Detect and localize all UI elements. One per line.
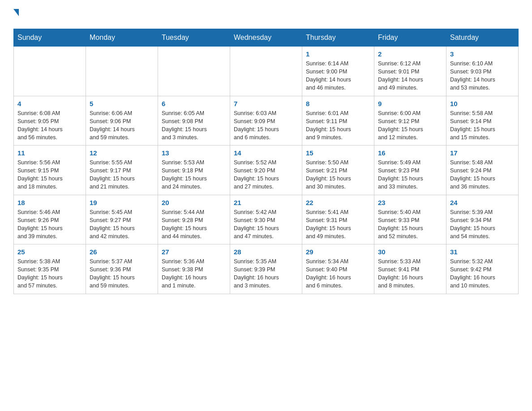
calendar-cell: 17Sunrise: 5:48 AM Sunset: 9:24 PM Dayli… (446, 146, 519, 195)
calendar-cell: 22Sunrise: 5:41 AM Sunset: 9:31 PM Dayli… (302, 195, 374, 244)
calendar-cell: 7Sunrise: 6:03 AM Sunset: 9:09 PM Daylig… (230, 96, 302, 146)
day-info: Sunrise: 5:33 AM Sunset: 9:41 PM Dayligh… (378, 257, 442, 290)
calendar-cell: 9Sunrise: 6:00 AM Sunset: 9:12 PM Daylig… (374, 96, 446, 146)
day-info: Sunrise: 6:00 AM Sunset: 9:12 PM Dayligh… (378, 109, 442, 142)
day-info: Sunrise: 5:53 AM Sunset: 9:18 PM Dayligh… (162, 158, 226, 191)
calendar-cell: 19Sunrise: 5:45 AM Sunset: 9:27 PM Dayli… (86, 195, 158, 244)
calendar-cell: 6Sunrise: 6:05 AM Sunset: 9:08 PM Daylig… (158, 96, 230, 146)
calendar-cell: 5Sunrise: 6:06 AM Sunset: 9:06 PM Daylig… (86, 96, 158, 146)
day-info: Sunrise: 6:01 AM Sunset: 9:11 PM Dayligh… (306, 109, 370, 142)
calendar-cell: 18Sunrise: 5:46 AM Sunset: 9:26 PM Dayli… (14, 195, 86, 244)
day-info: Sunrise: 5:35 AM Sunset: 9:39 PM Dayligh… (234, 257, 298, 290)
column-header-wednesday: Wednesday (230, 29, 302, 47)
day-info: Sunrise: 6:12 AM Sunset: 9:01 PM Dayligh… (378, 60, 442, 92)
day-number: 29 (306, 248, 370, 256)
calendar-cell: 8Sunrise: 6:01 AM Sunset: 9:11 PM Daylig… (302, 96, 374, 146)
logo (13, 9, 19, 20)
column-header-thursday: Thursday (302, 29, 374, 47)
day-info: Sunrise: 6:10 AM Sunset: 9:03 PM Dayligh… (450, 60, 515, 92)
calendar-cell: 30Sunrise: 5:33 AM Sunset: 9:41 PM Dayli… (374, 244, 446, 294)
day-info: Sunrise: 5:39 AM Sunset: 9:34 PM Dayligh… (450, 208, 515, 241)
day-info: Sunrise: 5:36 AM Sunset: 9:38 PM Dayligh… (162, 257, 226, 290)
calendar-cell (158, 47, 230, 96)
calendar-cell: 3Sunrise: 6:10 AM Sunset: 9:03 PM Daylig… (446, 47, 519, 96)
day-number: 15 (306, 149, 370, 157)
calendar-cell: 28Sunrise: 5:35 AM Sunset: 9:39 PM Dayli… (230, 244, 302, 294)
calendar-cell (14, 47, 86, 96)
day-number: 5 (90, 100, 154, 107)
day-number: 2 (378, 50, 442, 58)
day-info: Sunrise: 5:34 AM Sunset: 9:40 PM Dayligh… (306, 257, 370, 290)
day-number: 12 (90, 149, 154, 157)
day-number: 10 (450, 100, 515, 107)
day-info: Sunrise: 5:56 AM Sunset: 9:15 PM Dayligh… (17, 158, 82, 191)
column-header-saturday: Saturday (446, 29, 519, 47)
day-number: 21 (234, 199, 298, 206)
day-number: 4 (17, 100, 82, 107)
calendar-cell: 10Sunrise: 5:58 AM Sunset: 9:14 PM Dayli… (446, 96, 519, 146)
calendar-cell: 24Sunrise: 5:39 AM Sunset: 9:34 PM Dayli… (446, 195, 519, 244)
calendar-cell: 16Sunrise: 5:49 AM Sunset: 9:23 PM Dayli… (374, 146, 446, 195)
day-number: 17 (450, 149, 515, 157)
day-number: 22 (306, 199, 370, 206)
day-info: Sunrise: 5:48 AM Sunset: 9:24 PM Dayligh… (450, 158, 515, 191)
day-number: 19 (90, 199, 154, 206)
day-info: Sunrise: 5:44 AM Sunset: 9:28 PM Dayligh… (162, 208, 226, 241)
day-number: 25 (17, 248, 82, 256)
calendar-week-row: 4Sunrise: 6:08 AM Sunset: 9:05 PM Daylig… (14, 96, 519, 146)
day-info: Sunrise: 5:46 AM Sunset: 9:26 PM Dayligh… (17, 208, 82, 241)
calendar-cell: 23Sunrise: 5:40 AM Sunset: 9:33 PM Dayli… (374, 195, 446, 244)
day-number: 16 (378, 149, 442, 157)
day-number: 23 (378, 199, 442, 206)
day-number: 18 (17, 199, 82, 206)
day-info: Sunrise: 6:14 AM Sunset: 9:00 PM Dayligh… (306, 60, 370, 92)
day-number: 9 (378, 100, 442, 107)
page-header (13, 9, 519, 20)
calendar-cell: 12Sunrise: 5:55 AM Sunset: 9:17 PM Dayli… (86, 146, 158, 195)
day-info: Sunrise: 5:58 AM Sunset: 9:14 PM Dayligh… (450, 109, 515, 142)
calendar-week-row: 11Sunrise: 5:56 AM Sunset: 9:15 PM Dayli… (14, 146, 519, 195)
day-info: Sunrise: 5:32 AM Sunset: 9:42 PM Dayligh… (450, 257, 515, 290)
calendar-cell: 25Sunrise: 5:38 AM Sunset: 9:35 PM Dayli… (14, 244, 86, 294)
calendar-cell: 13Sunrise: 5:53 AM Sunset: 9:18 PM Dayli… (158, 146, 230, 195)
day-info: Sunrise: 6:08 AM Sunset: 9:05 PM Dayligh… (17, 109, 82, 142)
day-number: 1 (306, 50, 370, 58)
day-info: Sunrise: 5:41 AM Sunset: 9:31 PM Dayligh… (306, 208, 370, 241)
calendar-cell: 11Sunrise: 5:56 AM Sunset: 9:15 PM Dayli… (14, 146, 86, 195)
calendar-week-row: 1Sunrise: 6:14 AM Sunset: 9:00 PM Daylig… (14, 47, 519, 96)
calendar-cell (230, 47, 302, 96)
calendar-cell: 14Sunrise: 5:52 AM Sunset: 9:20 PM Dayli… (230, 146, 302, 195)
calendar-cell (86, 47, 158, 96)
calendar-table: SundayMondayTuesdayWednesdayThursdayFrid… (13, 29, 519, 294)
day-number: 27 (162, 248, 226, 256)
day-number: 6 (162, 100, 226, 107)
day-info: Sunrise: 6:06 AM Sunset: 9:06 PM Dayligh… (90, 109, 154, 142)
day-info: Sunrise: 5:45 AM Sunset: 9:27 PM Dayligh… (90, 208, 154, 241)
day-number: 30 (378, 248, 442, 256)
calendar-cell: 26Sunrise: 5:37 AM Sunset: 9:36 PM Dayli… (86, 244, 158, 294)
calendar-header-row: SundayMondayTuesdayWednesdayThursdayFrid… (14, 29, 519, 47)
day-number: 13 (162, 149, 226, 157)
calendar-cell: 20Sunrise: 5:44 AM Sunset: 9:28 PM Dayli… (158, 195, 230, 244)
day-number: 8 (306, 100, 370, 107)
column-header-friday: Friday (374, 29, 446, 47)
day-number: 14 (234, 149, 298, 157)
logo-arrow-icon (13, 9, 19, 16)
column-header-sunday: Sunday (14, 29, 86, 47)
day-info: Sunrise: 5:49 AM Sunset: 9:23 PM Dayligh… (378, 158, 442, 191)
day-number: 11 (17, 149, 82, 157)
day-number: 31 (450, 248, 515, 256)
day-info: Sunrise: 6:05 AM Sunset: 9:08 PM Dayligh… (162, 109, 226, 142)
day-info: Sunrise: 5:55 AM Sunset: 9:17 PM Dayligh… (90, 158, 154, 191)
day-info: Sunrise: 5:38 AM Sunset: 9:35 PM Dayligh… (17, 257, 82, 290)
calendar-cell: 31Sunrise: 5:32 AM Sunset: 9:42 PM Dayli… (446, 244, 519, 294)
day-number: 28 (234, 248, 298, 256)
day-info: Sunrise: 6:03 AM Sunset: 9:09 PM Dayligh… (234, 109, 298, 142)
day-info: Sunrise: 5:50 AM Sunset: 9:21 PM Dayligh… (306, 158, 370, 191)
day-info: Sunrise: 5:42 AM Sunset: 9:30 PM Dayligh… (234, 208, 298, 241)
day-number: 26 (90, 248, 154, 256)
day-number: 20 (162, 199, 226, 206)
calendar-cell: 27Sunrise: 5:36 AM Sunset: 9:38 PM Dayli… (158, 244, 230, 294)
day-info: Sunrise: 5:37 AM Sunset: 9:36 PM Dayligh… (90, 257, 154, 290)
column-header-tuesday: Tuesday (158, 29, 230, 47)
